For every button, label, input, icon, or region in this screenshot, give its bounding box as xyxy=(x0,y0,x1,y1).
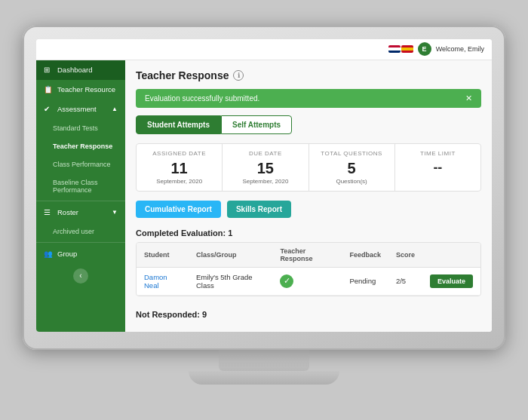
stat-assigned-date: ASSIGNED DATE 11 September, 2020 xyxy=(137,144,223,191)
flag-us-icon xyxy=(388,45,401,53)
grid-icon: ⊞ xyxy=(44,66,53,75)
alert-success: Evaluation successfully submitted. ✕ xyxy=(136,89,481,108)
page-title: Teacher Response xyxy=(136,69,229,81)
stat-label: ASSIGNED DATE xyxy=(146,150,213,157)
col-class-group: Class/Group xyxy=(189,243,272,268)
sidebar-item-roster[interactable]: ☰ Roster ▼ xyxy=(36,203,125,222)
tab-student-attempts[interactable]: Student Attempts xyxy=(136,115,221,134)
action-cell: Evaluate xyxy=(422,267,480,295)
main-content: Teacher Response ℹ Evaluation successful… xyxy=(125,60,492,332)
action-row: Cumulative Report Skills Report xyxy=(136,201,481,218)
alert-message: Evaluation successfully submitted. xyxy=(145,94,259,103)
stat-value: 11 xyxy=(146,160,213,176)
book-icon: 📋 xyxy=(44,85,53,94)
sidebar-item-label: Roster xyxy=(57,208,78,216)
sidebar-item-teacher-response[interactable]: Teacher Response xyxy=(36,137,125,155)
sidebar-item-standard-tests[interactable]: Standard Tests xyxy=(36,119,125,137)
student-name: Damon Neal xyxy=(137,267,189,295)
stat-label: DUE DATE xyxy=(232,150,299,157)
feedback-cell: Pending xyxy=(342,267,388,295)
stat-sub: September, 2020 xyxy=(146,178,213,185)
check-square-icon: ✔ xyxy=(44,105,53,114)
not-responded-title: Not Responded: 9 xyxy=(136,304,481,320)
stat-sub: Question(s) xyxy=(318,178,385,185)
sidebar-item-label: Teacher Response xyxy=(53,143,112,150)
sidebar-item-group[interactable]: 👥 Group xyxy=(36,244,125,264)
sidebar-item-label: Dashboard xyxy=(57,66,92,74)
skills-report-button[interactable]: Skills Report xyxy=(227,201,291,218)
stat-label: TOTAL QUESTIONS xyxy=(318,150,385,157)
stat-time-limit: TIME LIMIT -- xyxy=(395,144,480,191)
data-table: Student Class/Group Teacher Response Fee… xyxy=(137,243,480,296)
monitor-stand-base xyxy=(189,371,339,385)
app-layout: ⊞ Dashboard 📋 Teacher Resource ✔ Assessm… xyxy=(36,60,492,332)
alert-close-button[interactable]: ✕ xyxy=(465,94,472,103)
flag-es-icon xyxy=(401,45,413,53)
sidebar-item-label: Class Performance xyxy=(53,161,111,168)
col-score: Score xyxy=(388,243,422,268)
stat-value: 15 xyxy=(232,160,299,176)
sidebar-divider2 xyxy=(36,242,125,243)
table-header-row: Student Class/Group Teacher Response Fee… xyxy=(137,243,480,268)
monitor-stand-top xyxy=(219,350,309,371)
tabs: Student Attempts Self Attempts xyxy=(136,115,481,134)
col-action xyxy=(422,243,480,268)
sidebar-item-dashboard[interactable]: ⊞ Dashboard xyxy=(36,60,125,80)
col-student: Student xyxy=(137,243,189,268)
tab-self-attempts[interactable]: Self Attempts xyxy=(221,115,292,134)
teacher-response-cell: ✓ xyxy=(272,267,342,295)
welcome-text: Welcome, Emily xyxy=(436,45,484,53)
sidebar-item-label: Baseline Class Performance xyxy=(53,179,118,194)
stat-sub: September, 2020 xyxy=(232,178,299,185)
sidebar-item-assessment[interactable]: ✔ Assessment ▲ xyxy=(36,100,125,119)
language-flags[interactable] xyxy=(388,45,413,53)
sidebar: ⊞ Dashboard 📋 Teacher Resource ✔ Assessm… xyxy=(36,60,125,332)
page-header: Teacher Response ℹ xyxy=(136,69,481,81)
stat-due-date: DUE DATE 15 September, 2020 xyxy=(223,144,309,191)
top-bar: E Welcome, Emily xyxy=(36,39,492,60)
info-icon[interactable]: ℹ xyxy=(233,70,244,81)
evaluate-button[interactable]: Evaluate xyxy=(430,274,473,288)
stat-value: -- xyxy=(404,160,471,176)
top-bar-right: E Welcome, Emily xyxy=(388,42,484,56)
chevron-down-icon: ▼ xyxy=(112,209,118,216)
stat-total-questions: TOTAL QUESTIONS 5 Question(s) xyxy=(309,144,395,191)
sidebar-item-class-performance[interactable]: Class Performance xyxy=(36,155,125,173)
completed-section-title: Completed Evaluation: 1 xyxy=(136,228,481,238)
sidebar-item-label: Standard Tests xyxy=(53,124,98,132)
class-group-cell: Emily's 5th Grade Class xyxy=(189,267,272,295)
col-teacher-response: Teacher Response xyxy=(272,243,342,268)
sidebar-item-baseline-class-performance[interactable]: Baseline Class Performance xyxy=(36,173,125,199)
sidebar-item-label: Group xyxy=(57,250,77,258)
stats-row: ASSIGNED DATE 11 September, 2020 DUE DAT… xyxy=(136,143,481,192)
score-cell: 2/5 xyxy=(388,267,422,295)
sidebar-item-label: Teacher Resource xyxy=(57,85,115,94)
sidebar-divider xyxy=(36,201,125,201)
completed-table: Student Class/Group Teacher Response Fee… xyxy=(136,242,481,296)
check-icon: ✓ xyxy=(280,274,293,288)
cumulative-report-button[interactable]: Cumulative Report xyxy=(136,201,221,218)
chevron-up-icon: ▲ xyxy=(112,106,118,112)
avatar[interactable]: E xyxy=(418,42,431,56)
sidebar-item-label: Archived user xyxy=(53,228,94,235)
sidebar-item-teacher-resource[interactable]: 📋 Teacher Resource xyxy=(36,80,125,100)
sidebar-item-archived-user[interactable]: Archived user xyxy=(36,222,125,241)
student-link[interactable]: Damon Neal xyxy=(144,273,167,290)
people-icon: 👥 xyxy=(44,250,53,259)
stat-value: 5 xyxy=(318,160,385,176)
collapse-sidebar-button[interactable]: ‹ xyxy=(73,268,88,284)
col-feedback: Feedback xyxy=(342,243,388,268)
sidebar-item-label: Assessment xyxy=(57,105,97,113)
list-icon: ☰ xyxy=(44,208,53,217)
stat-label: TIME LIMIT xyxy=(404,150,471,157)
table-row: Damon Neal Emily's 5th Grade Class ✓ Pen… xyxy=(137,267,480,295)
